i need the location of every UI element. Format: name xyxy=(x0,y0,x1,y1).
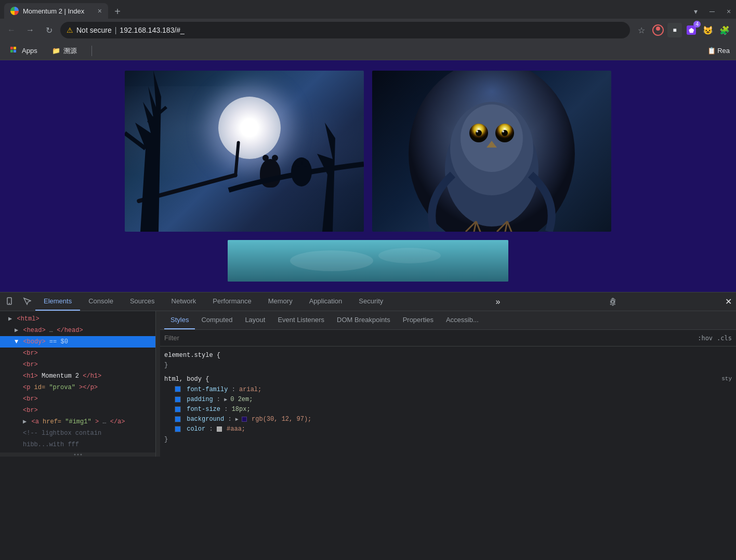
url-bar[interactable]: ⚠ Not secure | 192.168.143.183/#_ xyxy=(60,22,630,38)
devtools-body: ▶ <html> ▶ <head> … </head> ▼ <body> xyxy=(0,311,736,457)
devtools-close-icon[interactable]: ✕ xyxy=(721,292,736,311)
svg-text:⬟: ⬟ xyxy=(689,27,694,34)
owl-portrait-svg xyxy=(372,71,611,232)
css-prop-checkbox-font-family[interactable] xyxy=(175,386,181,392)
close-button[interactable]: × xyxy=(721,4,736,19)
owl-image-2[interactable] xyxy=(372,71,611,232)
devtools-tab-performance[interactable]: Performance xyxy=(204,292,259,311)
dom-br-4[interactable]: <br> xyxy=(0,405,155,416)
styles-filter-actions: :hov .cls xyxy=(698,335,732,342)
color-swatch-background[interactable] xyxy=(242,417,247,422)
emoji-extension-icon[interactable]: 😺 xyxy=(701,23,715,37)
devtools-tab-memory[interactable]: Memory xyxy=(260,292,301,311)
css-prop-checkbox-color[interactable] xyxy=(175,426,181,432)
css-prop-checkbox-font-size[interactable] xyxy=(175,406,181,412)
devtools-tab-network[interactable]: Network xyxy=(163,292,205,311)
bookmark-divider xyxy=(91,46,92,56)
address-bar: ← → ↻ ⚠ Not secure | 192.168.143.183/#_ … xyxy=(0,19,736,42)
bookmark-bar: Apps 📁 溯源 📋 Rea xyxy=(0,42,736,60)
dom-br-2[interactable]: <br> xyxy=(0,359,155,370)
devtools-tab-security[interactable]: Security xyxy=(350,292,391,311)
css-prop-checkbox-background[interactable] xyxy=(175,416,181,422)
page-content xyxy=(0,60,736,292)
dom-body-tag[interactable]: ▼ <body> == $0 xyxy=(0,336,155,348)
profile-icon[interactable] xyxy=(651,23,665,37)
css-source-html-body[interactable]: sty xyxy=(721,375,732,384)
styles-tab-properties[interactable]: Properties xyxy=(397,311,440,329)
devtools-panel: Elements Console Sources Network Perform… xyxy=(0,292,736,457)
styles-filter-input[interactable] xyxy=(164,334,693,342)
css-prop-padding: padding : ▶ 0 2em; xyxy=(164,395,732,405)
dom-h1[interactable]: <h1> Momentum 2 </h1> xyxy=(0,370,155,382)
back-button[interactable]: ← xyxy=(4,23,19,37)
dom-comment-lightbox[interactable]: <!-- lightbox contain xyxy=(0,428,155,439)
dom-p-prova[interactable]: <p id= "prova" ></p> xyxy=(0,382,155,393)
styles-tab-dom-breakpoints[interactable]: DOM Breakpoints xyxy=(331,311,397,329)
extensions-puzzle-icon[interactable]: 🧩 xyxy=(717,23,732,37)
bookmark-apps[interactable]: Apps xyxy=(6,45,42,57)
svg-point-31 xyxy=(80,454,82,456)
folder-label: 溯源 xyxy=(63,46,77,56)
apps-label: Apps xyxy=(22,47,37,55)
css-prop-checkbox-padding[interactable] xyxy=(175,396,181,403)
styles-tab-computed[interactable]: Computed xyxy=(195,311,239,329)
reload-button[interactable]: ↻ xyxy=(42,23,56,37)
image-row xyxy=(125,71,611,232)
dom-br-3[interactable]: <br> xyxy=(0,393,155,405)
styles-panel: Styles Computed Layout Event Listeners D… xyxy=(160,311,736,457)
bookmark-folder[interactable]: 📁 溯源 xyxy=(48,44,81,58)
css-selector-element-style: element.style { xyxy=(164,352,220,359)
tree-svg xyxy=(125,71,364,232)
color-swatch-color[interactable] xyxy=(217,426,222,432)
devtools-tab-application[interactable]: Application xyxy=(301,292,351,311)
browser-window: Momentum 2 | Index × + ▾ ─ × ← → ↻ ⚠ Not… xyxy=(0,0,736,457)
css-rule-html-body: html, body { sty font-family : arial; xyxy=(164,375,732,444)
svg-point-18 xyxy=(476,130,478,132)
devtools-tab-sources[interactable]: Sources xyxy=(122,292,163,311)
devtools-tab-console[interactable]: Console xyxy=(80,292,122,311)
forward-button[interactable]: → xyxy=(23,23,37,37)
third-image-partial[interactable] xyxy=(228,240,508,282)
css-rule-element-style: element.style { } xyxy=(164,351,732,370)
dom-comment-hibb[interactable]: hibb...with fff xyxy=(0,439,155,450)
folder-icon: 📁 xyxy=(52,47,60,55)
panel-resize-handle[interactable] xyxy=(156,311,160,457)
devtools-settings-icon[interactable] xyxy=(604,292,621,311)
hov-toggle[interactable]: :hov xyxy=(698,335,713,342)
devtools-tabs: Elements Console Sources Network Perform… xyxy=(0,292,736,311)
security-warning-icon: ⚠ xyxy=(67,26,73,34)
svg-point-24 xyxy=(290,250,373,271)
tab-search-button[interactable]: ▾ xyxy=(688,4,703,19)
third-image-svg xyxy=(228,240,508,282)
styles-tab-layout[interactable]: Layout xyxy=(239,311,271,329)
devtools-select-element[interactable] xyxy=(19,292,35,311)
cls-toggle[interactable]: .cls xyxy=(717,335,732,342)
tab-strip: Momentum 2 | Index × + ▾ ─ × xyxy=(0,0,736,19)
new-tab-button[interactable]: + xyxy=(110,4,125,19)
extensions-button[interactable]: ⬟ 4 xyxy=(684,23,699,37)
dom-resize-handle[interactable] xyxy=(0,452,155,457)
tab-title: Momentum 2 | Index xyxy=(23,7,84,15)
css-prop-background: background : ▶ rgb(30, 12, 97); xyxy=(164,415,732,424)
reading-list[interactable]: 📋 Rea xyxy=(707,47,730,55)
css-prop-font-size: font-size : 18px; xyxy=(164,405,732,415)
devtools-more-tabs[interactable]: » xyxy=(492,292,505,311)
dom-br-1[interactable]: <br> xyxy=(0,348,155,359)
styles-tab-event-listeners[interactable]: Event Listeners xyxy=(271,311,331,329)
dom-html-tag[interactable]: ▶ <html> xyxy=(0,313,155,325)
svg-point-29 xyxy=(74,454,75,456)
extension-icon[interactable]: ■ xyxy=(667,23,682,37)
active-tab[interactable]: Momentum 2 | Index × xyxy=(4,3,108,19)
svg-point-10 xyxy=(302,159,309,167)
owl-image-1[interactable] xyxy=(125,71,364,232)
svg-rect-4 xyxy=(10,47,13,49)
minimize-button[interactable]: ─ xyxy=(705,4,719,19)
dom-head-tag[interactable]: ▶ <head> … </head> xyxy=(0,325,155,336)
bookmark-star-icon[interactable]: ☆ xyxy=(634,23,649,37)
dom-a-img1[interactable]: ▶ <a href= "#img1" > … </a> xyxy=(0,416,155,428)
styles-tab-styles[interactable]: Styles xyxy=(164,311,195,329)
tab-close-button[interactable]: × xyxy=(98,7,102,15)
devtools-tab-elements[interactable]: Elements xyxy=(35,292,80,311)
styles-tab-accessibility[interactable]: Accessib... xyxy=(440,311,485,329)
devtools-toggle-device[interactable] xyxy=(2,292,19,311)
